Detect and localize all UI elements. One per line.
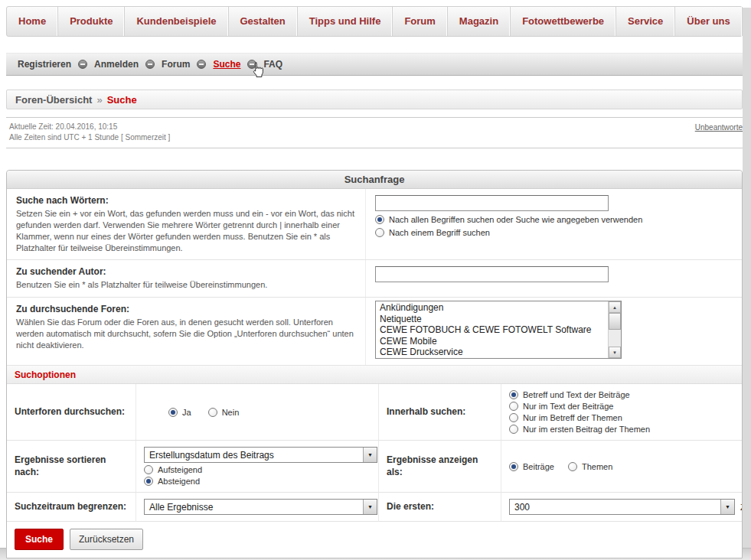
- breadcrumb-current-link[interactable]: Suche: [107, 94, 137, 106]
- listbox-scrollbar[interactable]: ▲ ▼: [608, 301, 621, 358]
- return-first-label-cell: Die ersten:: [378, 493, 501, 522]
- forums-listbox[interactable]: Ankündigungen Netiquette CEWE FOTOBUCH &…: [375, 301, 622, 359]
- search-within-option-0-label: Betreff und Text der Beiträge: [523, 390, 630, 399]
- subforums-option-ja[interactable]: Ja: [168, 408, 191, 417]
- scroll-up-icon[interactable]: ▲: [609, 301, 621, 313]
- timezone-text: Alle Zeiten sind UTC + 1 Stunde [ Sommer…: [9, 132, 170, 143]
- return-first-select[interactable]: 300 ▼: [509, 499, 735, 515]
- current-time-text: Aktuelle Zeit: 20.04.2016, 10:15: [9, 122, 170, 132]
- display-as-themen[interactable]: Themen: [568, 462, 612, 471]
- keywords-input[interactable]: [375, 195, 609, 211]
- chevron-down-icon[interactable]: ▼: [363, 500, 377, 514]
- search-within-option-0[interactable]: Betreff und Text der Beiträge: [509, 390, 734, 399]
- scrollbar-thumb[interactable]: [609, 313, 621, 330]
- sort-ascending-option[interactable]: Aufsteigend: [144, 465, 371, 474]
- nav-tab-produkte[interactable]: Produkte: [58, 7, 125, 36]
- display-as-beitraege-label: Beiträge: [523, 462, 554, 471]
- return-first-select-value: 300: [510, 502, 534, 513]
- sort-by-label-cell: Ergebnisse sortieren nach:: [7, 441, 136, 493]
- keywords-option-any-label: Nach einem Begriff suchen: [389, 228, 490, 237]
- breadcrumb-root-link[interactable]: Foren-Übersicht: [15, 94, 92, 106]
- keywords-option-all-label: Nach allen Begriffen suchen oder Suche w…: [389, 215, 642, 224]
- nav-tab-tipps-und-hilfe[interactable]: Tipps und Hilfe: [298, 7, 393, 36]
- main-navigation: Home Produkte Kundenbeispiele Gestalten …: [6, 6, 743, 37]
- subforums-nein-label: Nein: [222, 408, 240, 417]
- author-input[interactable]: [375, 266, 609, 282]
- nav-tab-home[interactable]: Home: [7, 7, 58, 36]
- nav-tab-service[interactable]: Service: [616, 7, 675, 36]
- search-within-option-1[interactable]: Nur im Text der Beiträge: [509, 402, 734, 411]
- listbox-option[interactable]: CEWE Mobile: [376, 336, 608, 347]
- limit-time-label: Suchzeitraum begrenzen:: [15, 501, 128, 513]
- forums-label: Zu durchsuchende Foren:: [16, 304, 354, 314]
- search-within-option-3[interactable]: Nur im ersten Beitrag der Themen: [509, 425, 734, 434]
- search-within-option-1-label: Nur im Text der Beiträge: [523, 402, 613, 411]
- info-bar: Aktuelle Zeit: 20.04.2016, 10:15 Alle Ze…: [6, 117, 743, 148]
- radio-nur-text[interactable]: [509, 402, 518, 411]
- radio-aufsteigend[interactable]: [144, 465, 153, 474]
- unanswered-topics-link[interactable]: Unbeantworte: [695, 123, 743, 132]
- limit-time-select[interactable]: Alle Ergebnisse ▼: [144, 499, 377, 515]
- search-panel: Suchanfrage Suche nach Wörtern: Setzen S…: [6, 170, 743, 558]
- search-within-option-2[interactable]: Nur im Betreff der Themen: [509, 413, 734, 422]
- radio-nur-betreff[interactable]: [509, 413, 518, 422]
- nav-tab-kundenbeispiele[interactable]: Kundenbeispiele: [125, 7, 228, 36]
- cursor-icon: [252, 62, 266, 78]
- keywords-option-any[interactable]: Nach einem Begriff suchen: [375, 228, 733, 237]
- scroll-down-icon[interactable]: ▼: [609, 347, 621, 358]
- keywords-option-all[interactable]: Nach allen Begriffen suchen oder Suche w…: [375, 215, 733, 224]
- radio-themen[interactable]: [568, 462, 577, 471]
- listbox-option[interactable]: CEWE Druckservice: [376, 347, 608, 358]
- keywords-row: Suche nach Wörtern: Setzen Sie ein + vor…: [7, 189, 742, 260]
- forum-nav-forum[interactable]: Forum: [162, 59, 190, 70]
- sort-by-select[interactable]: Erstellungsdatum des Beitrags ▼: [144, 447, 377, 463]
- author-label: Zu suchender Autor:: [16, 266, 354, 277]
- display-as-beitraege[interactable]: Beiträge: [509, 462, 554, 471]
- radio-erster-beitrag[interactable]: [509, 425, 518, 434]
- nav-tab-gestalten[interactable]: Gestalten: [229, 7, 298, 36]
- chevron-down-icon[interactable]: ▼: [363, 448, 377, 462]
- forums-description: Wählen Sie das Forum oder die Foren aus,…: [16, 317, 354, 351]
- nav-tab-ueber-uns[interactable]: Über uns: [675, 7, 742, 36]
- reset-button[interactable]: Zurücksetzen: [70, 529, 143, 550]
- display-as-label: Ergebnisse anzeigen als:: [387, 454, 493, 478]
- subforums-option-nein[interactable]: Nein: [208, 408, 240, 417]
- chevron-down-icon[interactable]: ▼: [720, 500, 734, 514]
- button-row: Suche Zurücksetzen: [7, 522, 742, 558]
- author-row: Zu suchender Autor: Benutzen Sie ein * a…: [7, 260, 742, 298]
- search-within-label: Innerhalb suchen:: [387, 406, 493, 418]
- listbox-option[interactable]: Netiquette: [376, 314, 608, 325]
- return-first-label: Die ersten:: [387, 501, 493, 513]
- radio-all-terms[interactable]: [375, 215, 384, 224]
- radio-betreff-und-text[interactable]: [509, 390, 518, 399]
- radio-nein[interactable]: [208, 408, 217, 417]
- scrollbar-track[interactable]: [609, 313, 621, 347]
- forum-nav-registrieren[interactable]: Registrieren: [18, 59, 71, 70]
- search-within-label-cell: Innerhalb suchen:: [378, 384, 501, 441]
- search-options-grid: Unterforen durchsuchen: Ja Nein Innerhal…: [7, 384, 742, 522]
- display-as-control-cell: Beiträge Themen: [501, 441, 742, 493]
- sort-descending-label: Absteigend: [158, 477, 200, 486]
- display-as-label-cell: Ergebnisse anzeigen als:: [378, 441, 501, 493]
- search-submit-button[interactable]: Suche: [15, 529, 64, 550]
- limit-time-control-cell: Alle Ergebnisse ▼: [136, 493, 378, 522]
- forum-nav-faq[interactable]: FAQ: [263, 59, 282, 70]
- listbox-option[interactable]: CEWE FOTOBUCH & CEWE FOTOWELT Software: [376, 324, 608, 336]
- radio-ja[interactable]: [168, 408, 178, 417]
- forum-nav-suche[interactable]: Suche: [213, 59, 240, 70]
- radio-any-term[interactable]: [375, 228, 384, 237]
- panel-title: Suchanfrage: [7, 171, 742, 189]
- nav-tab-forum[interactable]: Forum: [393, 7, 447, 36]
- search-options-title: Suchoptionen: [7, 366, 742, 384]
- listbox-option[interactable]: Ankündigungen: [376, 302, 608, 314]
- sort-descending-option[interactable]: Absteigend: [144, 477, 371, 486]
- forum-nav-anmelden[interactable]: Anmelden: [94, 59, 139, 70]
- breadcrumb: Foren-Übersicht » Suche: [6, 90, 743, 109]
- radio-beitraege[interactable]: [509, 462, 518, 471]
- keywords-description: Setzen Sie ein + vor ein Wort, das gefun…: [16, 208, 354, 253]
- nav-tab-fotowettbewerbe[interactable]: Fotowettbewerbe: [511, 7, 616, 36]
- forum-navigation: Registrieren Anmelden Forum Suche FAQ: [6, 53, 743, 76]
- nav-tab-magazin[interactable]: Magazin: [448, 7, 511, 36]
- radio-absteigend[interactable]: [144, 477, 153, 486]
- subforums-label-cell: Unterforen durchsuchen:: [7, 384, 136, 441]
